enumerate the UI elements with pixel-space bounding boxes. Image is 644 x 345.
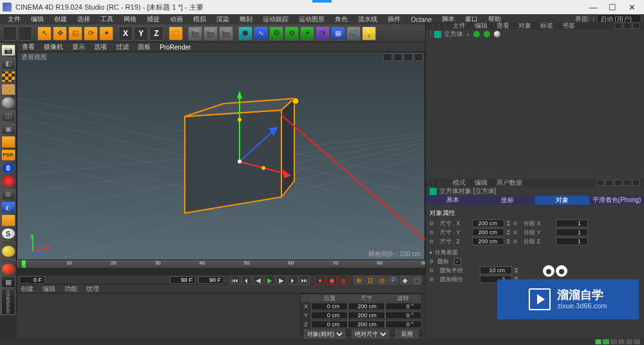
workplane-button[interactable]: ⊞ [1,189,15,200]
matmgr-tab-tex[interactable]: 纹理 [86,284,99,294]
phong-tag-icon[interactable] [494,31,500,37]
seg-z-input[interactable] [556,238,588,245]
environment-button[interactable]: ◔ [316,26,330,41]
scale-key-button[interactable]: ⊡ [365,275,375,284]
attr-tab-user[interactable]: 用户数据 [497,178,522,187]
coord-H-rot[interactable] [385,303,422,310]
menu-渲染[interactable]: 渲染 [211,15,234,24]
s-button[interactable]: S [1,228,15,239]
end-frame-input[interactable] [170,276,196,284]
om-tab-edit[interactable]: 编辑 [475,21,488,30]
model-mode-button[interactable]: ◧ [1,57,15,69]
menu-工具[interactable]: 工具 [95,15,118,24]
close-button[interactable]: ✕ [622,0,641,14]
spline-key-button[interactable]: ⬚ [412,275,422,284]
undo-button[interactable]: ↶ [3,26,17,41]
pla-key-button[interactable]: ◆ [400,275,410,284]
coord-P-rot[interactable] [385,312,422,319]
render-view-button[interactable]: 🎬 [188,26,202,41]
om-tab-file[interactable]: 文件 [453,21,466,30]
status-icon[interactable] [603,339,609,344]
attr-subtab-basic[interactable]: 基本 [426,196,480,205]
matmgr-tab-edit[interactable]: 编辑 [43,284,55,294]
render-region-button[interactable]: 🎬 [204,26,218,41]
fillet-checkbox[interactable]: ✓ [454,258,461,265]
camera-button[interactable]: ▦ [331,26,345,41]
cur-end-input[interactable] [198,276,224,284]
attr-back-icon[interactable] [596,180,604,186]
visibility-editor-toggle[interactable] [473,31,480,37]
status-icon[interactable] [626,339,632,344]
param-key-button[interactable]: P [388,275,399,284]
ys-button[interactable] [1,245,15,257]
minimize-button[interactable]: ― [583,0,603,14]
size-x-input[interactable] [472,219,504,227]
vp-tab-panel[interactable]: 面板 [138,42,151,51]
psr-button[interactable]: PSR [1,149,15,161]
reset-button[interactable]: 0 [1,162,15,174]
attr-tab-edit[interactable]: 编辑 [475,178,488,187]
attr-tab-mode[interactable]: 模式 [453,178,466,187]
vp-tab-camera[interactable]: 摄像机 [44,42,63,51]
om-popout-icon[interactable] [632,23,640,29]
coord-Z-pos[interactable] [311,321,348,328]
menu-网格[interactable]: 网格 [118,15,142,24]
lock-y-button[interactable]: Y [134,26,148,41]
attr-up-icon[interactable] [614,180,622,186]
menu-捕捉[interactable]: 捕捉 [142,15,165,24]
om-tab-view[interactable]: 查看 [497,21,509,30]
coord-X-pos[interactable] [311,303,348,310]
visibility-render-toggle[interactable] [484,31,490,37]
prev-frame-button[interactable]: ◀ [253,275,263,284]
coord-Z-size[interactable] [348,321,384,328]
camera-icon[interactable]: 📷 [1,44,15,56]
menu-选择[interactable]: 选择 [72,15,95,24]
status-icon[interactable] [634,339,640,344]
deformer-button[interactable]: ✦ [300,26,314,41]
next-frame-button[interactable]: ▶ [276,275,287,284]
texture-mode-button[interactable] [1,71,15,82]
auto-key-button[interactable]: ◉ [327,275,337,284]
lock-z-button[interactable]: Z [149,26,164,41]
coord-B-rot[interactable] [385,321,422,328]
attr-subtab-object[interactable]: 对象 [535,196,590,205]
attr-subtab-coord[interactable]: 坐标 [480,196,535,205]
poly-mode-button[interactable]: ▣ [1,123,15,135]
om-tab-bookmarks[interactable]: 书签 [562,21,575,30]
coord-system-button[interactable]: ⬚ [169,26,183,41]
attr-popout-icon[interactable] [632,180,640,186]
goto-end-button[interactable]: ⏭ [299,275,310,284]
ime-indicator[interactable]: 英 [595,339,601,344]
record-key-button[interactable]: ● [315,275,325,284]
vp-tab-filter[interactable]: 过滤 [116,42,129,51]
cube-primitive-button[interactable]: ⬢ [238,26,252,41]
grid-button[interactable]: ▦ [1,276,15,288]
om-tab-tags[interactable]: 标签 [540,21,553,30]
snap-button[interactable]: ◐ [1,201,15,213]
coord-Y-size[interactable] [348,312,384,319]
object-tree[interactable]: └ 立方体 ▪ [426,30,644,179]
menu-插件[interactable]: 插件 [383,15,406,24]
lightbulb-button[interactable]: 💡 [362,26,376,41]
light-button[interactable]: 📹 [346,26,361,41]
menu-动画[interactable]: 动画 [165,15,188,24]
status-icon[interactable] [618,339,625,344]
play-button[interactable]: ▶ [265,275,275,284]
tree-item-label[interactable]: 立方体 [444,30,463,39]
seg-y-input[interactable] [556,228,588,236]
vp-tab-options[interactable]: 选项 [94,42,107,51]
move-tool-button[interactable]: ✥ [53,26,67,41]
menu-模拟[interactable]: 模拟 [188,15,211,24]
uv-mode-button[interactable] [1,84,15,95]
om-tab-obj[interactable]: 对象 [518,21,531,30]
menu-创建[interactable]: 创建 [49,15,72,24]
next-key-button[interactable]: ⏵ [288,275,298,284]
menu-雕刻[interactable]: 雕刻 [234,15,258,24]
generator-button[interactable]: ❂ [269,26,283,41]
redo-button[interactable]: ↷ [18,26,32,41]
pos-key-button[interactable]: ⊕ [354,275,364,284]
point-mode-button[interactable] [1,97,15,108]
last-tool-button[interactable]: ✦ [99,26,113,41]
coord-size-select[interactable]: 绝对尺寸 [352,330,389,339]
rs-button[interactable] [1,263,15,275]
